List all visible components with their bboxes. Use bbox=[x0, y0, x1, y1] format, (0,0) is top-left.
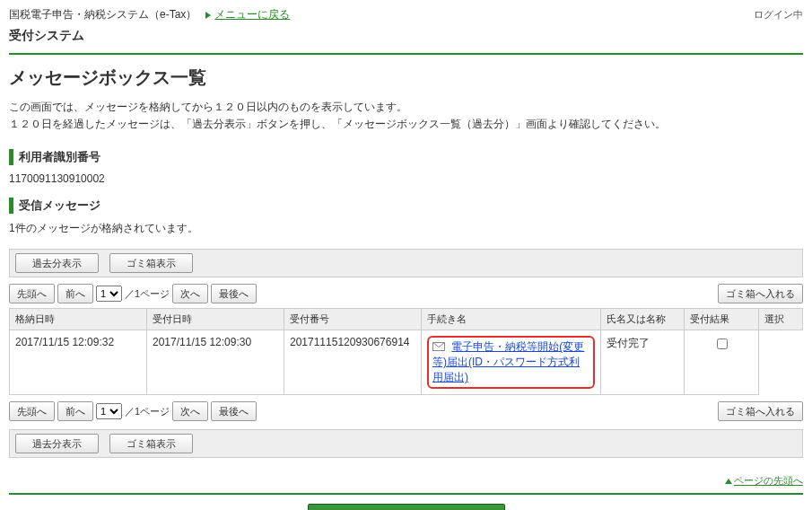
prev-page-button[interactable]: 前へ bbox=[57, 401, 93, 421]
last-page-button[interactable]: 最後へ bbox=[211, 401, 257, 421]
col-result: 受付結果 bbox=[685, 309, 759, 330]
menu-back-main-button[interactable]: メニューに戻る bbox=[308, 504, 505, 510]
page-title: メッセージボックス一覧 bbox=[9, 66, 803, 90]
menu-back-link[interactable]: メニューに戻る bbox=[205, 7, 290, 22]
move-to-trash-button[interactable]: ゴミ箱へ入れる bbox=[718, 284, 803, 303]
trash-view-button[interactable]: ゴミ箱表示 bbox=[109, 434, 193, 453]
past-button[interactable]: 過去分表示 bbox=[15, 253, 99, 273]
highlight-callout: 電子申告・納税等開始(変更等)届出(ID・パスワード方式利用届出) bbox=[427, 336, 595, 389]
divider bbox=[9, 53, 803, 55]
col-name: 氏名又は名称 bbox=[601, 309, 685, 330]
arrow-up-icon bbox=[725, 479, 732, 484]
last-page-button[interactable]: 最後へ bbox=[211, 284, 257, 303]
arrow-right-icon bbox=[205, 12, 211, 19]
page-total-label: ／1ページ bbox=[125, 287, 170, 301]
system-title: 受付システム bbox=[9, 24, 803, 49]
section-user-id-label: 利用者識別番号 bbox=[9, 149, 803, 165]
first-page-button[interactable]: 先頭へ bbox=[9, 401, 55, 421]
section-messages-label: 受信メッセージ bbox=[9, 198, 803, 214]
next-page-button[interactable]: 次へ bbox=[172, 284, 208, 303]
first-page-button[interactable]: 先頭へ bbox=[9, 284, 55, 303]
mail-icon bbox=[432, 341, 445, 354]
col-number: 受付番号 bbox=[284, 309, 422, 330]
page-select[interactable]: 1 bbox=[96, 286, 122, 302]
row-select-checkbox[interactable] bbox=[717, 339, 728, 349]
col-select: 選択 bbox=[759, 309, 803, 330]
col-procedure: 手続き名 bbox=[422, 309, 601, 330]
button-bar-bottom: 過去分表示 ゴミ箱表示 bbox=[9, 429, 803, 458]
cell-result: 受付完了 bbox=[601, 330, 685, 395]
trash-view-button[interactable]: ゴミ箱表示 bbox=[109, 253, 193, 273]
cell-received: 2017/11/15 12:09:30 bbox=[147, 330, 284, 395]
procedure-link[interactable]: 電子申告・納税等開始(変更等)届出(ID・パスワード方式利用届出) bbox=[432, 340, 584, 383]
pager-top: 先頭へ 前へ 1 ／1ページ 次へ 最後へ ゴミ箱へ入れる bbox=[9, 281, 803, 306]
move-to-trash-button[interactable]: ゴミ箱へ入れる bbox=[718, 401, 803, 421]
login-status: ログイン中 bbox=[754, 8, 803, 22]
top-bar: 国税電子申告・納税システム（e-Tax） メニューに戻る ログイン中 bbox=[9, 5, 803, 24]
cell-procedure: 電子申告・納税等開始(変更等)届出(ID・パスワード方式利用届出) bbox=[422, 330, 601, 395]
cell-stored: 2017/11/15 12:09:32 bbox=[10, 330, 147, 395]
footer-bar: メニューに戻る bbox=[9, 493, 803, 510]
col-received: 受付日時 bbox=[147, 309, 284, 330]
pager-bottom: 先頭へ 前へ 1 ／1ページ 次へ 最後へ ゴミ箱へ入れる bbox=[9, 399, 803, 424]
user-id-value: 1170091130910002 bbox=[9, 172, 803, 185]
page-top-link[interactable]: ページの先頭へ bbox=[725, 474, 803, 488]
cell-select bbox=[685, 330, 759, 395]
page-description: この画面では、メッセージを格納してから１２０日以内のものを表示しています。 １２… bbox=[9, 99, 803, 133]
next-page-button[interactable]: 次へ bbox=[172, 401, 208, 421]
prev-page-button[interactable]: 前へ bbox=[57, 284, 93, 303]
message-count-text: 1件のメッセージが格納されています。 bbox=[9, 221, 803, 236]
cell-number: 20171115120930676914 bbox=[284, 330, 422, 395]
table-row: 2017/11/15 12:09:32 2017/11/15 12:09:30 … bbox=[10, 330, 803, 395]
page-select[interactable]: 1 bbox=[96, 403, 122, 419]
past-button[interactable]: 過去分表示 bbox=[15, 434, 99, 453]
button-bar-top: 過去分表示 ゴミ箱表示 bbox=[9, 249, 803, 277]
page-total-label: ／1ページ bbox=[125, 405, 170, 418]
message-table: 格納日時 受付日時 受付番号 手続き名 氏名又は名称 受付結果 選択 2017/… bbox=[9, 308, 803, 395]
site-name: 国税電子申告・納税システム（e-Tax） bbox=[9, 7, 196, 22]
col-stored: 格納日時 bbox=[10, 309, 147, 330]
